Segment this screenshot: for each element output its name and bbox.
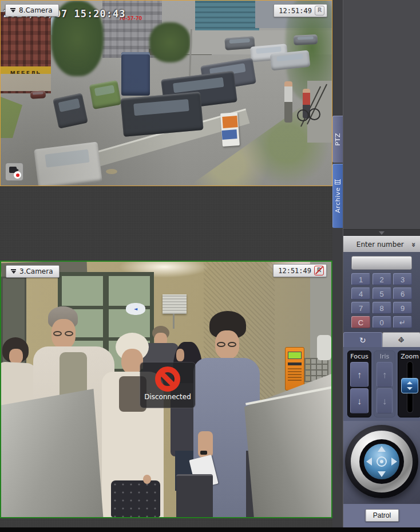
record-dot-icon: [14, 171, 21, 179]
key-2[interactable]: 2: [373, 273, 391, 285]
camera-clock: 12:51:49 R: [274, 4, 327, 17]
key-5[interactable]: 5: [373, 287, 391, 300]
window-bottom-edge: [0, 527, 420, 532]
glasses: [228, 342, 236, 347]
number-keypad: 1 2 3 4 5 6 7 8 9 C 0 ↵: [343, 252, 420, 332]
white-object: [317, 335, 331, 360]
camera-name-dropdown[interactable]: 8.Camera: [5, 4, 59, 17]
camera-name-label: 8.Camera: [19, 6, 53, 14]
direction-sign: ◄: [126, 303, 145, 315]
camera-name-label: 3.Camera: [19, 267, 53, 275]
focus-down-button[interactable]: ↓: [350, 388, 369, 413]
enter-number-header[interactable]: Enter number »: [343, 236, 420, 253]
record-disabled-badge[interactable]: R: [314, 266, 324, 275]
keypad-grid: 1 2 3 4 5 6 7 8 9 C 0 ↵: [351, 273, 413, 328]
zoom-slider-track[interactable]: [407, 362, 413, 412]
enter-number-title: Enter number: [343, 241, 411, 249]
glasses: [217, 342, 225, 347]
disconnected-overlay: Disconnected: [140, 362, 195, 408]
key-3[interactable]: 3: [393, 273, 412, 285]
patrol-button[interactable]: Patrol: [365, 509, 399, 522]
key-4[interactable]: 4: [351, 287, 370, 300]
record-badge[interactable]: R: [315, 6, 324, 15]
number-display[interactable]: [351, 256, 412, 270]
ptz-lens-controls: Focus ↑ ↓ Iris ↑ ↓ Zoom: [343, 347, 420, 421]
joystick-knob[interactable]: [364, 444, 399, 479]
zoom-label: Zoom: [400, 353, 419, 360]
glasses: [65, 331, 73, 336]
rotate-icon: ↻: [359, 336, 366, 344]
tab-archive[interactable]: Archive: [332, 164, 343, 228]
key-7[interactable]: 7: [351, 302, 370, 314]
tab-ptz-move[interactable]: ↔ ↕: [382, 332, 420, 347]
focus-control: Focus ↑ ↓: [347, 350, 371, 417]
no-entry-icon: [155, 367, 180, 392]
clock-text: 12:51:49: [279, 7, 312, 15]
turnstile-post: [176, 474, 213, 517]
ac-unit: [163, 294, 187, 314]
iris-down-button: ↓: [377, 388, 393, 413]
vms-window: МЕБЕЛЬ 70-57-70: [0, 0, 420, 532]
camera-tile-8[interactable]: МЕБЕЛЬ 70-57-70: [0, 0, 332, 186]
key-0[interactable]: 0: [373, 316, 391, 328]
tab-ptz-rotate[interactable]: ↻: [343, 332, 382, 347]
camera-tile-3[interactable]: ◄: [0, 261, 332, 518]
ptz-mode-tabs: ↻ ↔ ↕: [343, 332, 420, 347]
tab-ptz-label: PTZ: [334, 133, 342, 145]
key-1[interactable]: 1: [351, 273, 370, 285]
arrow-up-icon: [378, 446, 386, 452]
ac-pipe: [173, 314, 175, 329]
collapse-chevron-icon: »: [409, 242, 418, 247]
ptz-joystick[interactable]: [345, 425, 418, 498]
vignette: [1, 1, 332, 186]
person-face: [9, 349, 23, 364]
arrow-right-icon: [391, 458, 397, 466]
arrow-left-icon: [366, 458, 372, 466]
handbag: [111, 480, 160, 517]
key-enter[interactable]: ↵: [393, 316, 412, 328]
tab-ptz[interactable]: PTZ: [332, 116, 343, 163]
camera-clock: 12:51:49 R: [273, 264, 327, 277]
dropdown-icon: [10, 8, 16, 13]
dropdown-icon: [10, 269, 17, 274]
joystick-center-icon: [377, 456, 387, 467]
ptz-panel: Enter number » 1 2 3 4 5 6 7 8 9 C 0 ↵ ↻: [343, 0, 420, 527]
focus-label: Focus: [350, 353, 369, 360]
patrol-strip: Patrol: [343, 504, 420, 527]
key-6[interactable]: 6: [393, 287, 412, 300]
video-frame-outdoor: МЕБЕЛЬ 70-57-70: [1, 1, 332, 186]
move-arrows-icon: ↔ ↕: [397, 336, 406, 345]
clock-text: 12:51:49: [278, 267, 311, 275]
camera-name-dropdown[interactable]: 3.Camera: [6, 265, 60, 278]
side-tab-column: PTZ Archive: [332, 0, 343, 527]
glasses: [53, 331, 62, 336]
archive-icon: [335, 179, 340, 184]
iris-control: Iris ↑ ↓: [374, 350, 395, 417]
terminal-keys: [288, 368, 302, 381]
zoom-control: Zoom: [398, 350, 420, 417]
key-9[interactable]: 9: [393, 302, 412, 314]
iris-up-button: ↑: [377, 362, 393, 387]
arrow-down-icon: [378, 471, 386, 477]
metal-barrier-left: [1, 389, 106, 517]
zoom-slider-handle[interactable]: [401, 378, 418, 393]
person-hand: [143, 475, 151, 484]
watch: [200, 451, 207, 455]
key-8[interactable]: 8: [373, 302, 391, 314]
terminal-screen: [288, 352, 302, 359]
focus-up-button[interactable]: ↑: [350, 362, 369, 387]
key-clear[interactable]: C: [351, 316, 370, 328]
iris-label: Iris: [376, 353, 393, 360]
person-face: [176, 349, 184, 361]
recording-indicator-button[interactable]: [5, 163, 23, 181]
joystick-zone: [343, 421, 420, 504]
disconnected-text: Disconnected: [140, 393, 195, 401]
terminal-slot: [288, 362, 302, 365]
tab-archive-label: Archive: [334, 187, 342, 213]
